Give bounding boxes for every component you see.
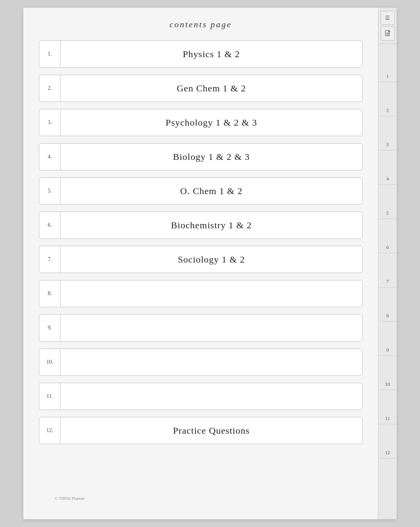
table-row: 3.Psychology 1 & 2 & 3 bbox=[39, 109, 362, 136]
sidebar-page-number[interactable]: 4 bbox=[378, 151, 397, 185]
row-content-label: O. Chem 1 & 2 bbox=[61, 182, 362, 200]
table-row: 10. bbox=[39, 348, 362, 376]
table-row: 12.Practice Questions bbox=[39, 417, 362, 444]
sidebar-page-number[interactable]: 2 bbox=[378, 82, 397, 116]
row-number: 11. bbox=[39, 383, 61, 410]
sidebar-page-number[interactable]: 1 bbox=[378, 48, 397, 82]
page-title: contents page bbox=[39, 19, 362, 30]
sidebar-page-number[interactable]: 10 bbox=[378, 356, 397, 390]
row-number: 12. bbox=[39, 417, 61, 444]
document-icon[interactable] bbox=[381, 26, 395, 40]
row-number: 1. bbox=[39, 41, 61, 67]
sidebar-page-number[interactable]: 11 bbox=[378, 390, 397, 424]
row-number: 5. bbox=[39, 178, 61, 204]
row-content-label: Physics 1 & 2 bbox=[61, 45, 362, 63]
sidebar-page-number[interactable]: 12 bbox=[378, 424, 397, 459]
row-content-label: Gen Chem 1 & 2 bbox=[61, 79, 362, 98]
row-content-label: Sociology 1 & 2 bbox=[61, 250, 362, 269]
row-content-label: Biochemistry 1 & 2 bbox=[61, 216, 362, 235]
row-content-label: Psychology 1 & 2 & 3 bbox=[61, 114, 362, 132]
sidebar-page-number[interactable]: 9 bbox=[378, 322, 397, 356]
sidebar-page-number[interactable]: 8 bbox=[378, 287, 397, 322]
page-bottom: © THISS Planner bbox=[39, 493, 362, 504]
row-content-label bbox=[61, 290, 362, 298]
sidebar-top-icons: ☰ bbox=[378, 8, 397, 44]
row-number: 3. bbox=[39, 109, 61, 136]
right-sidebar: ☰ 123456789101112 bbox=[378, 8, 397, 519]
table-row: 4.Biology 1 & 2 & 3 bbox=[39, 143, 362, 170]
sidebar-page-number[interactable]: 3 bbox=[378, 116, 397, 151]
sidebar-page-number[interactable]: 6 bbox=[378, 219, 397, 253]
table-row: 1.Physics 1 & 2 bbox=[39, 40, 362, 68]
notebook-page: contents page 1.Physics 1 & 22.Gen Chem … bbox=[23, 8, 397, 519]
row-number: 2. bbox=[39, 75, 61, 102]
table-row: 5.O. Chem 1 & 2 bbox=[39, 177, 362, 205]
row-number: 4. bbox=[39, 144, 61, 170]
contents-list: 1.Physics 1 & 22.Gen Chem 1 & 23.Psychol… bbox=[39, 40, 362, 493]
sidebar-page-number[interactable]: 7 bbox=[378, 253, 397, 287]
row-content-label bbox=[61, 392, 362, 400]
main-content: contents page 1.Physics 1 & 22.Gen Chem … bbox=[23, 8, 378, 519]
row-content-label bbox=[61, 324, 362, 332]
table-row: 11. bbox=[39, 383, 362, 410]
row-content-label bbox=[61, 358, 362, 366]
row-number: 6. bbox=[39, 212, 61, 238]
table-row: 2.Gen Chem 1 & 2 bbox=[39, 75, 362, 102]
row-content-label: Biology 1 & 2 & 3 bbox=[61, 148, 362, 166]
page-wrapper: contents page 1.Physics 1 & 22.Gen Chem … bbox=[0, 0, 420, 527]
table-row: 8. bbox=[39, 280, 362, 307]
sidebar-page-numbers: 123456789101112 bbox=[378, 44, 397, 519]
table-row: 6.Biochemistry 1 & 2 bbox=[39, 212, 362, 239]
sidebar-page-number[interactable]: 5 bbox=[378, 185, 397, 219]
table-row: 7.Sociology 1 & 2 bbox=[39, 246, 362, 273]
menu-icon[interactable]: ☰ bbox=[381, 11, 395, 25]
row-number: 9. bbox=[39, 315, 61, 341]
footer-text: © THISS Planner bbox=[39, 493, 100, 504]
row-number: 8. bbox=[39, 280, 61, 307]
row-number: 7. bbox=[39, 246, 61, 273]
row-number: 10. bbox=[39, 349, 61, 375]
table-row: 9. bbox=[39, 314, 362, 341]
row-content-label: Practice Questions bbox=[61, 422, 362, 440]
